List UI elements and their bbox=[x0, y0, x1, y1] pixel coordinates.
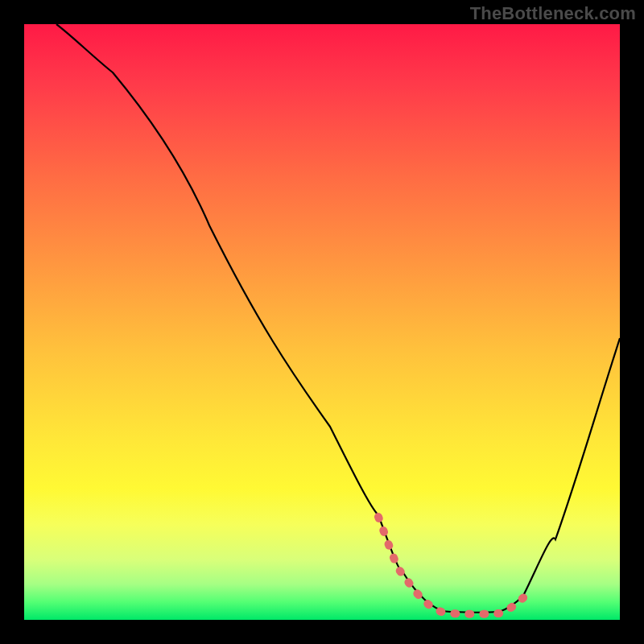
flat-region-dash bbox=[378, 517, 527, 614]
plot-area bbox=[24, 24, 620, 620]
watermark-text: TheBottleneck.com bbox=[470, 3, 636, 24]
bottleneck-curve bbox=[56, 24, 620, 613]
chart-svg bbox=[24, 24, 620, 620]
chart-frame: TheBottleneck.com bbox=[0, 0, 644, 644]
